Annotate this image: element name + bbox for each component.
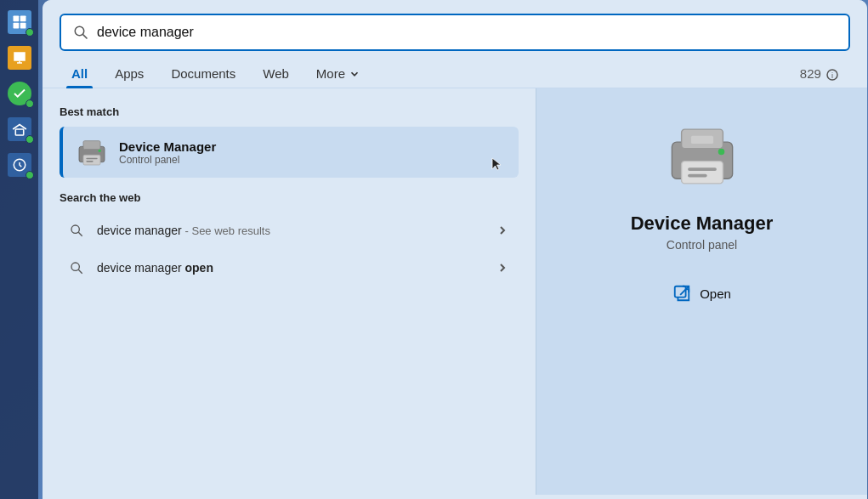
svg-rect-24 <box>688 174 707 178</box>
svg-rect-22 <box>681 162 723 184</box>
search-input-wrapper[interactable] <box>60 14 850 51</box>
tab-documents[interactable]: Documents <box>159 60 247 88</box>
search-input[interactable] <box>97 25 837 40</box>
content-area: Best match Devic <box>43 88 867 495</box>
web-search-text-2: device manager open <box>97 261 495 275</box>
right-panel-title: Device Manager <box>631 213 774 235</box>
svg-rect-0 <box>13 16 19 22</box>
right-panel: Device Manager Control panel Open <box>536 88 867 495</box>
best-match-info: Device Manager Control panel <box>119 139 216 166</box>
web-search-text-1: device manager - See web results <box>97 224 495 237</box>
right-panel-subtitle: Control panel <box>667 238 737 252</box>
svg-point-6 <box>75 26 84 36</box>
best-match-title: Device Manager <box>119 139 216 154</box>
best-match-item[interactable]: Device Manager Control panel <box>60 127 519 178</box>
result-count: 829 i <box>788 60 850 88</box>
cursor-icon <box>491 157 502 171</box>
status-dot-3 <box>26 135 34 144</box>
right-panel-device-manager-icon <box>660 114 745 199</box>
web-search-icon-2 <box>68 259 85 276</box>
device-manager-icon <box>75 135 109 169</box>
search-panel: All Apps Documents Web More 829 i Best m… <box>43 0 867 499</box>
filter-tabs: All Apps Documents Web More 829 i <box>43 51 867 88</box>
desktop: All Apps Documents Web More 829 i Best m… <box>0 0 868 499</box>
svg-point-18 <box>71 263 79 270</box>
svg-point-15 <box>99 150 101 152</box>
svg-point-25 <box>718 149 724 156</box>
web-search-item-2[interactable]: device manager open <box>60 250 519 286</box>
taskbar-icon-1[interactable] <box>4 7 35 37</box>
chevron-down-icon <box>349 68 360 80</box>
svg-rect-26 <box>690 136 712 144</box>
search-icon <box>73 25 88 40</box>
svg-rect-1 <box>20 16 26 22</box>
svg-rect-11 <box>83 141 100 150</box>
open-external-icon <box>672 284 691 303</box>
svg-rect-12 <box>83 155 100 165</box>
svg-rect-13 <box>86 158 97 160</box>
svg-line-19 <box>78 269 82 273</box>
web-search-label: Search the web <box>60 191 519 204</box>
search-box-area <box>43 0 867 51</box>
tab-all[interactable]: All <box>60 60 99 88</box>
svg-rect-14 <box>86 161 93 162</box>
best-match-label: Best match <box>60 105 519 118</box>
status-dot-2 <box>26 99 34 108</box>
open-button-label: Open <box>700 286 731 301</box>
web-search-item-1[interactable]: device manager - See web results <box>60 213 519 248</box>
info-icon: i <box>826 69 838 81</box>
open-button[interactable]: Open <box>669 277 735 309</box>
svg-text:i: i <box>831 71 833 80</box>
taskbar-icon-5[interactable] <box>4 150 35 180</box>
tab-more[interactable]: More <box>304 60 372 88</box>
svg-rect-2 <box>13 23 19 29</box>
svg-line-17 <box>78 232 82 235</box>
tab-more-label: More <box>316 66 345 81</box>
taskbar-icon-2[interactable] <box>4 43 35 73</box>
tab-web[interactable]: Web <box>251 60 301 88</box>
taskbar <box>0 0 38 499</box>
web-search-chevron-1 <box>495 223 510 238</box>
web-search-icon-1 <box>68 222 85 239</box>
web-search-chevron-2 <box>495 260 510 275</box>
svg-rect-3 <box>20 23 26 29</box>
svg-rect-4 <box>15 129 23 135</box>
svg-rect-23 <box>688 167 717 171</box>
svg-line-7 <box>83 35 88 39</box>
taskbar-icon-4[interactable] <box>4 114 35 145</box>
svg-line-28 <box>680 286 689 295</box>
svg-point-16 <box>71 225 79 233</box>
status-dot <box>26 28 34 37</box>
best-match-subtitle: Control panel <box>119 154 216 166</box>
taskbar-icon-3[interactable] <box>4 78 35 109</box>
status-dot-4 <box>26 171 34 179</box>
left-panel: Best match Devic <box>43 88 536 495</box>
tab-apps[interactable]: Apps <box>103 60 156 88</box>
